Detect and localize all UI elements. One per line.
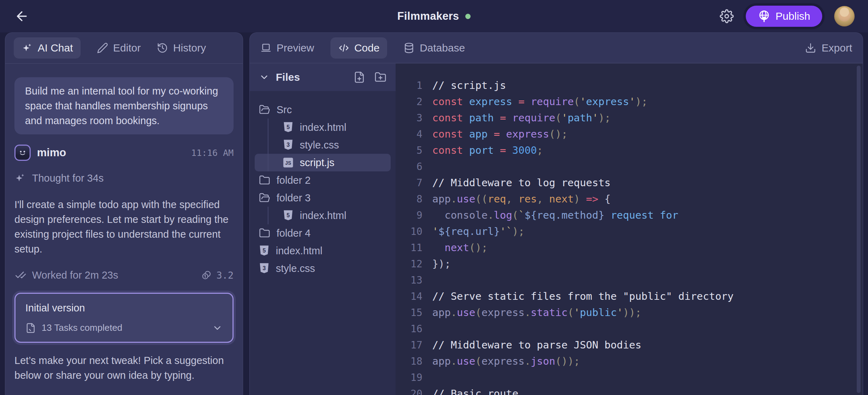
code-line: 17// Middleware to parse JSON bodies	[396, 337, 863, 353]
left-panel-tabs: AI Chat Editor History	[5, 33, 243, 64]
chevron-down-icon[interactable]	[212, 323, 223, 333]
line-number: 15	[396, 307, 422, 318]
new-folder-icon[interactable]	[374, 71, 386, 83]
code-line: 13	[396, 272, 863, 288]
history-icon	[157, 42, 168, 54]
credits-value: 3.2	[216, 270, 234, 281]
file-name: index.html	[276, 245, 322, 257]
double-check-icon	[14, 269, 26, 281]
project-title: Filmmakers	[397, 10, 459, 23]
svg-text:5: 5	[263, 248, 266, 254]
code-line: 16	[396, 321, 863, 337]
code-line: 20// Basic route	[396, 385, 863, 395]
line-number: 17	[396, 339, 422, 351]
chevron-down-icon[interactable]	[259, 72, 269, 83]
file-row-style.css[interactable]: 3style.css	[255, 260, 391, 277]
publish-button[interactable]: Publish	[746, 6, 822, 27]
online-status-dot	[465, 14, 471, 19]
file-row-folder-3[interactable]: folder 3	[255, 189, 391, 207]
coins-icon	[201, 269, 212, 281]
user-message-bubble: Build me an internal tool for my co-work…	[14, 77, 234, 134]
tab-ai-chat[interactable]: AI Chat	[14, 37, 81, 59]
file-row-src[interactable]: Src	[255, 101, 391, 119]
code-line: 1// script.js	[396, 77, 863, 93]
folder-icon	[259, 227, 270, 239]
tab-label: Database	[420, 42, 465, 54]
export-label: Export	[822, 42, 852, 54]
thought-row[interactable]: Thought for 34s	[14, 170, 234, 186]
agent-name: mimo	[37, 146, 66, 159]
task-file-icon	[25, 323, 36, 333]
file-name: style.css	[300, 139, 339, 151]
file-row-script.js[interactable]: JSscript.js	[255, 154, 391, 171]
code-editor[interactable]: 1// script.js2const express = require('e…	[396, 63, 863, 395]
file-name: folder 2	[277, 175, 311, 186]
line-number: 18	[396, 356, 422, 367]
svg-text:5: 5	[287, 124, 290, 130]
code-line: 18app.use(express.json());	[396, 353, 863, 369]
tab-label: AI Chat	[38, 42, 73, 54]
message-timestamp: 11:16 AM	[191, 148, 234, 158]
worked-row: Worked for 2m 23s 3.2	[14, 268, 234, 282]
file-tree: Src5index.html3style.cssJSscript.jsfolde…	[250, 91, 396, 395]
line-number: 9	[396, 209, 422, 221]
preview-laptop-icon	[260, 42, 272, 54]
mimo-robot-icon	[14, 145, 31, 161]
topbar: Filmmakers Publish	[0, 0, 868, 32]
code-line: 11 next();	[396, 239, 863, 256]
tab-database[interactable]: Database	[403, 42, 465, 54]
code-line: 6	[396, 158, 863, 175]
line-number: 19	[396, 372, 422, 383]
thought-label: Thought for 34s	[32, 172, 104, 184]
line-number: 2	[396, 96, 422, 108]
svg-text:5: 5	[287, 212, 290, 218]
folder-icon	[259, 175, 270, 186]
folder-open-icon	[259, 192, 270, 203]
tab-code[interactable]: Code	[330, 37, 388, 59]
code-line: 12});	[396, 256, 863, 272]
settings-button[interactable]	[720, 9, 734, 23]
code-line: 4const app = express();	[396, 126, 863, 142]
file-row-folder-4[interactable]: folder 4	[255, 224, 391, 242]
user-avatar[interactable]	[834, 6, 855, 26]
file-row-index.html[interactable]: 5index.html	[255, 242, 391, 260]
line-number: 14	[396, 291, 422, 302]
file-row-folder-2[interactable]: folder 2	[255, 171, 391, 189]
file-row-index.html[interactable]: 5index.html	[255, 207, 391, 224]
editor-scrollbar[interactable]	[857, 66, 861, 393]
line-number: 20	[396, 388, 422, 395]
file-row-style.css[interactable]: 3style.css	[255, 136, 391, 154]
file-name: index.html	[300, 210, 346, 221]
file-name: folder 4	[277, 227, 311, 239]
line-number: 8	[396, 193, 422, 205]
tab-editor[interactable]: Editor	[97, 42, 141, 54]
line-number: 12	[396, 258, 422, 270]
html-icon: 5	[283, 210, 293, 221]
line-number: 4	[396, 128, 422, 140]
new-file-icon[interactable]	[353, 71, 365, 83]
worked-label: Worked for 2m 23s	[32, 269, 118, 281]
database-icon	[403, 42, 415, 54]
line-number: 7	[396, 177, 422, 189]
arrow-left-icon	[14, 9, 29, 24]
file-row-index.html[interactable]: 5index.html	[255, 119, 391, 136]
line-number: 6	[396, 161, 422, 172]
tasks-completed-label: 13 Tasks completed	[42, 322, 122, 333]
code-icon	[338, 42, 349, 54]
line-number: 10	[396, 226, 422, 237]
publish-label: Publish	[776, 10, 810, 22]
version-card[interactable]: Initial version 13 Tasks completed	[14, 293, 234, 343]
tab-preview[interactable]: Preview	[260, 42, 314, 54]
svg-text:JS: JS	[285, 160, 291, 166]
assistant-message: I'll create a simple todo app with the s…	[14, 197, 234, 256]
version-card-title: Initial version	[25, 302, 223, 314]
export-button[interactable]: Export	[805, 42, 852, 54]
back-button[interactable]	[13, 8, 30, 25]
line-number: 5	[396, 145, 422, 156]
files-title: Files	[276, 71, 300, 83]
file-name: script.js	[300, 157, 334, 169]
tab-history[interactable]: History	[157, 42, 206, 54]
css-icon: 3	[283, 139, 293, 151]
line-number: 1	[396, 80, 422, 91]
workspace-panel: Preview Code Database Export	[249, 32, 863, 395]
